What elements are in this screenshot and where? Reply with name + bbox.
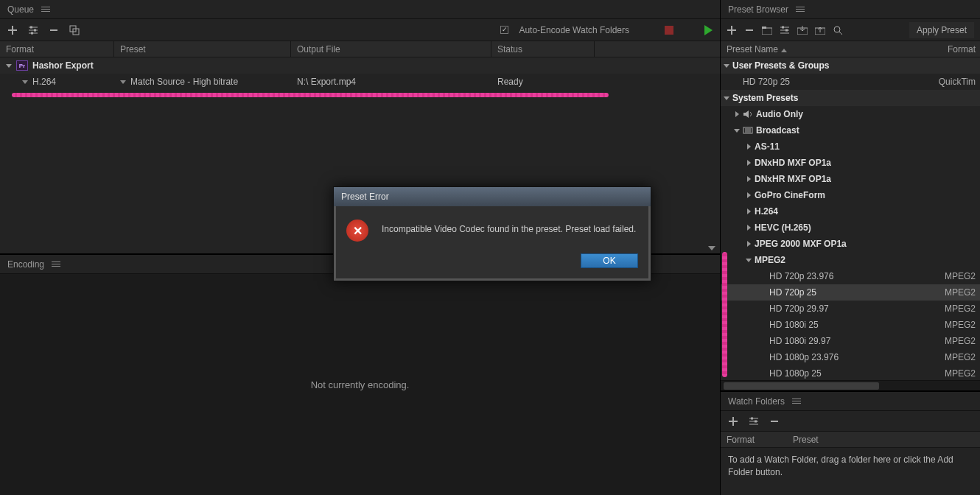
preset-subgroup[interactable]: HEVC (H.265)	[755, 222, 811, 233]
expand-icon[interactable]	[747, 208, 751, 214]
stop-queue-button[interactable]	[665, 26, 673, 35]
watch-folders-menu-icon[interactable]	[792, 399, 801, 404]
group-expand-icon[interactable]	[6, 64, 12, 68]
preset-subgroup[interactable]: DNxHR MXF OP1a	[755, 174, 831, 184]
duplicate-button[interactable]	[69, 25, 80, 35]
system-presets-section[interactable]: System Presets	[732, 93, 798, 103]
dialog-titlebar[interactable]: Preset Error	[334, 187, 651, 206]
preset-subgroup[interactable]: AS-11	[755, 141, 780, 152]
wf-col-format[interactable]: Format	[721, 435, 787, 445]
preset-item[interactable]: HD 720p 25	[743, 77, 790, 87]
settings-sliders-icon[interactable]	[28, 25, 38, 35]
search-icon[interactable]	[833, 25, 843, 35]
svg-rect-7	[782, 26, 784, 28]
watch-settings-button[interactable]	[749, 416, 759, 426]
preset-browser-title: Preset Browser	[728, 4, 788, 15]
col-status[interactable]: Status	[491, 41, 595, 57]
ok-button[interactable]: OK	[581, 253, 638, 268]
queue-scroll-icon[interactable]	[708, 246, 715, 250]
annotation-vertical	[722, 252, 727, 377]
mpeg2-group[interactable]: MPEG2	[755, 255, 785, 265]
queue-title: Queue	[7, 4, 34, 15]
col-format[interactable]: Format	[0, 41, 114, 57]
expand-icon[interactable]	[724, 96, 729, 100]
export-preset-button[interactable]	[815, 25, 825, 35]
col-preset[interactable]: Preset	[114, 41, 291, 57]
delete-preset-button[interactable]	[744, 25, 755, 35]
speaker-icon	[743, 110, 753, 119]
expand-icon[interactable]	[747, 176, 751, 182]
preset-subgroup[interactable]: GoPro CineForm	[755, 190, 825, 200]
queue-toolbar: ✓ Auto-Encode Watch Folders	[0, 19, 720, 41]
expand-icon[interactable]	[747, 144, 751, 150]
expand-icon[interactable]	[747, 225, 751, 231]
svg-rect-8	[785, 29, 788, 31]
preset-item[interactable]: HD 1080i 25	[769, 320, 819, 330]
preset-item[interactable]: HD 720p 23.976	[769, 271, 833, 281]
preset-subgroup[interactable]: DNxHD MXF OP1a	[755, 158, 831, 168]
start-queue-button[interactable]	[704, 25, 713, 35]
expand-icon[interactable]	[735, 111, 739, 117]
encoding-panel: Encoding Not currently encoding.	[0, 253, 720, 495]
broadcast-group[interactable]: Broadcast	[756, 125, 799, 136]
job-format[interactable]: H.264	[32, 77, 56, 87]
preset-browser-menu-icon[interactable]	[796, 7, 805, 12]
error-icon: ✕	[346, 220, 368, 242]
preset-subgroup[interactable]: JPEG 2000 MXF OP1a	[755, 239, 847, 249]
expand-icon[interactable]	[746, 259, 752, 262]
horizontal-scrollbar[interactable]	[721, 380, 980, 390]
new-group-button[interactable]	[762, 25, 772, 35]
col-preset-name[interactable]: Preset Name	[721, 44, 933, 55]
remove-watch-folder-button[interactable]	[769, 416, 780, 426]
wf-col-preset[interactable]: Preset	[787, 435, 980, 445]
preset-item[interactable]: HD 720p 25	[769, 287, 816, 298]
import-preset-button[interactable]	[797, 25, 808, 35]
job-outfile[interactable]: N:\ Export.mp4	[297, 77, 356, 87]
preset-error-dialog: Preset Error ✕ Incompatible Video Codec …	[333, 186, 651, 281]
new-preset-button[interactable]	[727, 25, 737, 35]
expand-icon[interactable]	[724, 64, 729, 68]
apply-preset-button[interactable]: Apply Preset	[909, 22, 974, 38]
preset-format: MPEG2	[945, 303, 976, 314]
expand-icon[interactable]	[747, 160, 751, 166]
preset-item[interactable]: HD 720p 29.97	[769, 303, 829, 314]
annotation-underline	[12, 93, 609, 97]
encoding-menu-icon[interactable]	[52, 261, 60, 267]
preset-tree: User Presets & GroupsHD 720p 25QuickTimS…	[721, 57, 980, 380]
queue-panel-header: Queue	[0, 0, 720, 19]
expand-icon[interactable]	[747, 192, 751, 198]
preset-format: MPEG2	[945, 336, 976, 346]
preset-item[interactable]: HD 1080p 25	[769, 368, 822, 379]
preset-browser-panel: Preset Browser Apply Preset Preset Name …	[721, 0, 980, 390]
svg-rect-14	[755, 420, 757, 422]
queue-job-row[interactable]: H.264 Match Source - High bitrate N:\ Ex…	[0, 74, 720, 90]
preset-format: MPEG2	[945, 352, 976, 362]
format-dropdown-icon[interactable]	[22, 80, 28, 84]
queue-group-name: Hashor Export	[32, 60, 94, 71]
job-preset[interactable]: Match Source - High bitrate	[130, 77, 238, 87]
remove-button[interactable]	[49, 25, 59, 35]
svg-point-11	[834, 27, 840, 32]
col-preset-format[interactable]: Format	[933, 44, 980, 55]
preset-subgroup[interactable]: H.264	[755, 206, 778, 217]
preset-format: MPEG2	[945, 320, 976, 330]
svg-rect-1	[34, 29, 36, 31]
preset-item[interactable]: HD 1080p 23.976	[769, 352, 839, 362]
preset-settings-button[interactable]	[780, 25, 790, 35]
add-watch-folder-button[interactable]	[728, 416, 738, 426]
expand-icon[interactable]	[747, 241, 751, 247]
preset-dropdown-icon[interactable]	[120, 80, 126, 84]
preset-item[interactable]: HD 1080i 29.97	[769, 336, 830, 346]
watch-folders-title: Watch Folders	[728, 396, 785, 407]
auto-encode-checkbox[interactable]: ✓	[500, 26, 508, 34]
preset-format: MPEG2	[945, 287, 976, 298]
expand-icon[interactable]	[734, 129, 740, 133]
svg-rect-5	[762, 28, 772, 35]
queue-group-row[interactable]: Pr Hashor Export	[0, 57, 720, 74]
add-source-button[interactable]	[7, 25, 18, 35]
user-presets-section[interactable]: User Presets & Groups	[732, 60, 829, 71]
col-outfile[interactable]: Output File	[291, 41, 491, 57]
queue-menu-icon[interactable]	[41, 7, 50, 12]
encoding-message: Not currently encoding.	[311, 379, 410, 390]
audio-only-group[interactable]: Audio Only	[756, 109, 803, 119]
